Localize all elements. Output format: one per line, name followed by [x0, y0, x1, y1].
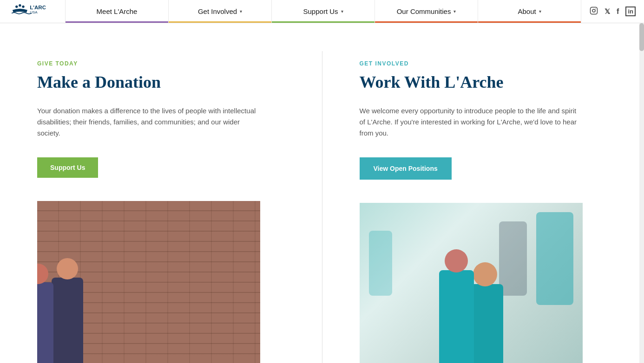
- logo-icon: [12, 4, 32, 14]
- left-description: Your donation makes a difference to the …: [37, 105, 260, 139]
- nav-label-meet: Meet L'Arche: [97, 7, 138, 15]
- svg-point-0: [15, 5, 18, 7]
- main-content: GIVE TODAY Make a Donation Your donation…: [0, 23, 644, 363]
- twitter-icon[interactable]: 𝕏: [605, 7, 610, 16]
- right-heading: Work With L'Arche: [360, 72, 607, 92]
- support-us-button[interactable]: Support Us: [37, 157, 98, 178]
- view-open-positions-button[interactable]: View Open Positions: [360, 157, 452, 180]
- chevron-down-icon: ▾: [453, 9, 456, 14]
- nav-label-support-us: Support Us: [303, 7, 338, 15]
- nav-label-about: About: [518, 7, 536, 15]
- right-section-label: GET INVOLVED: [360, 60, 607, 67]
- svg-point-2: [22, 5, 24, 7]
- linkedin-icon[interactable]: in: [625, 6, 636, 16]
- svg-point-1: [19, 4, 21, 6]
- logo[interactable]: L'ARCHE USA: [0, 0, 65, 23]
- nav-items: Meet L'Arche Get Involved ▾ Support Us ▾…: [65, 0, 581, 23]
- svg-point-6: [592, 9, 595, 12]
- nav-item-about[interactable]: About ▾: [478, 0, 581, 23]
- right-column: GET INVOLVED Work With L'Arche We welcom…: [322, 23, 644, 363]
- right-description: We welcome every opportunity to introduc…: [360, 105, 583, 139]
- nav-item-meet[interactable]: Meet L'Arche: [65, 0, 168, 23]
- facebook-icon[interactable]: f: [617, 7, 619, 16]
- right-image: [360, 203, 583, 363]
- nav-label-get-involved: Get Involved: [198, 7, 237, 15]
- chevron-down-icon: ▾: [240, 9, 242, 14]
- left-image: [37, 201, 260, 363]
- scrollbar-thumb[interactable]: [639, 23, 644, 51]
- svg-rect-5: [591, 7, 598, 14]
- svg-text:USA: USA: [30, 10, 38, 14]
- instagram-icon[interactable]: [590, 6, 598, 17]
- main-nav: L'ARCHE USA Meet L'Arche Get Involved ▾ …: [0, 0, 644, 23]
- nav-item-support-us[interactable]: Support Us ▾: [271, 0, 375, 23]
- nav-item-our-communities[interactable]: Our Communities ▾: [375, 0, 478, 23]
- left-heading: Make a Donation: [37, 72, 285, 92]
- social-links: 𝕏 f in: [581, 0, 644, 23]
- svg-point-7: [595, 8, 596, 9]
- chevron-down-icon: ▾: [539, 9, 541, 14]
- nav-label-our-communities: Our Communities: [397, 7, 451, 15]
- nav-item-get-involved[interactable]: Get Involved ▾: [168, 0, 271, 23]
- scrollbar-track[interactable]: [639, 23, 644, 363]
- chevron-down-icon: ▾: [341, 9, 343, 14]
- left-column: GIVE TODAY Make a Donation Your donation…: [0, 23, 322, 363]
- left-section-label: GIVE TODAY: [37, 60, 285, 67]
- svg-text:L'ARCHE: L'ARCHE: [30, 4, 46, 10]
